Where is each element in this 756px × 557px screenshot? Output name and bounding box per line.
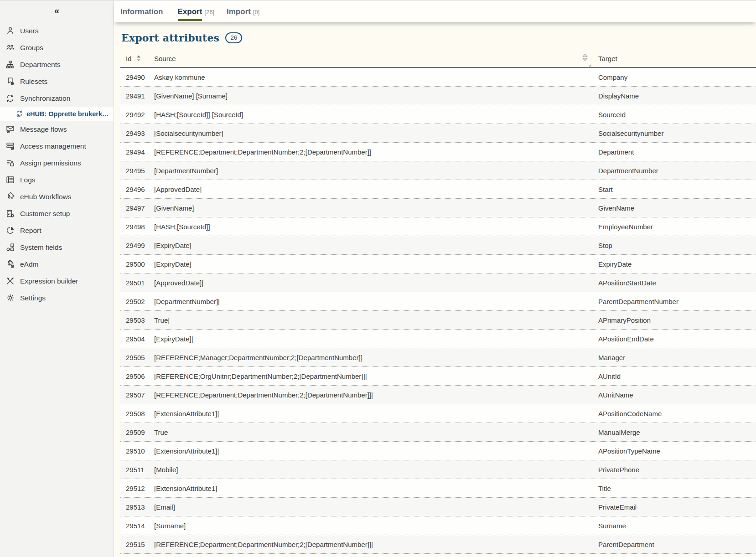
sidebar-item-report[interactable]: Report [0, 222, 114, 239]
column-header-id[interactable]: Id [120, 50, 149, 67]
table-row[interactable]: 29508 [ExtensionAttribute1]| APositionCo… [120, 404, 756, 423]
sidebar-item-users[interactable]: Users [0, 22, 114, 39]
sort-icon[interactable] [582, 53, 588, 62]
cell-id: 29507 [120, 391, 149, 399]
cell-source: [REFERENCE;Department;DepartmentNumber;2… [149, 391, 592, 399]
cell-target: AUnitId [592, 372, 756, 380]
cell-target: ParentDepartmentNumber [592, 298, 756, 305]
eadm-icon [5, 259, 15, 269]
table-row[interactable]: 29506 [REFERENCE;OrgUnitnr;DepartmentNum… [120, 367, 756, 386]
main-area: Information Export [26] Import [0] Expor… [114, 0, 756, 557]
table-row[interactable]: 29498 [HASH;[SourceId]] EmployeeNumber [120, 217, 756, 236]
table-row[interactable]: 29502 [DepartmentNumber]| ParentDepartme… [120, 292, 756, 311]
cell-source: Askøy kommune [149, 73, 592, 81]
cell-source: [REFERENCE;Department;DepartmentNumber;2… [149, 148, 592, 156]
cell-id: 29499 [120, 242, 149, 249]
sidebar-item-system-fields[interactable]: System fields [0, 239, 114, 256]
cell-id: 29508 [120, 410, 149, 418]
cell-source: [GivenName] [149, 204, 592, 212]
sidebar-item-ehub-workflows[interactable]: eHub Workflows [0, 188, 114, 205]
customer-setup-icon [5, 209, 15, 218]
table-row[interactable]: 29504 [ExpiryDate]| APositionEndDate [120, 330, 756, 348]
table-row[interactable]: 29492 [HASH;[SourceId]] [SourceId] Sourc… [120, 105, 756, 124]
cell-id: 29502 [120, 298, 149, 305]
access-management-icon [5, 141, 15, 151]
cell-id: 29491 [120, 92, 149, 100]
cell-id: 29510 [120, 447, 149, 455]
column-header-target[interactable]: Target [592, 50, 756, 67]
sidebar-item-access-management[interactable]: Access management [0, 138, 114, 155]
table-row[interactable]: 29512 [ExtensionAttribute1] Title [120, 479, 756, 498]
table-row[interactable]: 29499 [ExpiryDate] Stop [120, 236, 756, 255]
sidebar-item-settings[interactable]: Settings [0, 289, 114, 306]
sidebar: « Users Groups Departments Rulesets Sync… [0, 0, 114, 557]
cell-source: [ExpiryDate] [149, 260, 592, 268]
sidebar-item-logs[interactable]: Logs [0, 171, 114, 188]
sort-ascending-icon[interactable] [136, 55, 141, 62]
tab-export[interactable]: Export [26] [178, 1, 215, 22]
cell-id: 29492 [120, 111, 149, 119]
cell-id: 29509 [120, 428, 149, 436]
cell-source: [ExtensionAttribute1] [149, 485, 592, 492]
cell-target: SourceId [592, 111, 756, 119]
cell-id: 29496 [120, 186, 149, 193]
table-row[interactable]: 29511 [Mobile] PrivatePhone [120, 460, 756, 479]
sidebar-item-assign-permissions[interactable]: Assign permissions [0, 155, 114, 171]
cell-id: 29505 [120, 354, 149, 361]
groups-icon [5, 43, 15, 52]
table-row[interactable]: 29507 [REFERENCE;Department;DepartmentNu… [120, 386, 756, 404]
cell-target: Department [592, 148, 756, 156]
table-row[interactable]: 29501 [ApprovedDate]| APositionStartDate [120, 273, 756, 292]
sidebar-item-expression-builder[interactable]: Expression builder [0, 273, 114, 289]
cell-target: APositionEndDate [592, 335, 756, 343]
table-row[interactable]: 29490 Askøy kommune Company [120, 68, 756, 87]
table-row[interactable]: 29509 True ManualMerge [120, 423, 756, 442]
sidebar-item-eadm[interactable]: eAdm [0, 256, 114, 273]
tab-bar: Information Export [26] Import [0] [114, 0, 756, 22]
expression-builder-icon [5, 276, 15, 286]
sidebar-item-ehub-opprette-brukerkonto-fo[interactable]: eHUB: Opprette brukerkonto fo... [0, 107, 114, 121]
table-row[interactable]: 29495 [DepartmentNumber] DepartmentNumbe… [120, 161, 756, 180]
cell-id: 29497 [120, 204, 149, 212]
column-resize-grip[interactable] [586, 63, 592, 68]
cell-id: 29512 [120, 485, 149, 492]
table-row[interactable]: 29515 [REFERENCE;Department;DepartmentNu… [120, 535, 756, 554]
cell-source: [HASH;[SourceId]] [SourceId] [149, 111, 592, 119]
sidebar-item-synchronization[interactable]: Synchronization [0, 90, 114, 107]
table-row[interactable]: 29505 [REFERENCE;Manager;DepartmentNumbe… [120, 348, 756, 367]
table-row[interactable]: 29491 [GivenName] [Surname] DisplayName [120, 87, 756, 105]
sidebar-item-departments[interactable]: Departments [0, 56, 114, 73]
sidebar-item-customer-setup[interactable]: Customer setup [0, 205, 114, 222]
cell-source: True| [149, 316, 592, 324]
cell-target: APositionStartDate [592, 279, 756, 287]
sidebar-collapse-button[interactable]: « [49, 5, 65, 17]
column-header-target-label: Target [598, 55, 617, 62]
table-row[interactable]: 29496 [ApprovedDate] Start [120, 180, 756, 199]
table-row[interactable]: 29493 [Socialsecuritynumber] Socialsecur… [120, 124, 756, 143]
cell-target: APositionTypeName [592, 447, 756, 455]
tab-information[interactable]: Information [120, 1, 166, 22]
logs-icon [5, 175, 15, 185]
table-row[interactable]: 29514 [Surname] Surname [120, 516, 756, 535]
tab-import[interactable]: Import [0] [227, 1, 259, 22]
sidebar-item-message-flows[interactable]: Message flows [0, 121, 114, 138]
table-row[interactable]: 29503 True| APrimaryPosition [120, 311, 756, 330]
table-row[interactable]: 29500 [ExpiryDate] ExpiryDate [120, 255, 756, 273]
cell-id: 29490 [120, 73, 149, 81]
cell-source: [DepartmentNumber] [149, 167, 592, 175]
sidebar-item-rulesets[interactable]: Rulesets [0, 73, 114, 90]
workflows-icon [5, 192, 15, 201]
cell-target: DepartmentNumber [592, 167, 756, 175]
sidebar-nav: Users Groups Departments Rulesets Synchr… [0, 22, 114, 306]
table-row[interactable]: 29497 [GivenName] GivenName [120, 199, 756, 217]
page-head: Export attributes 26 [121, 32, 756, 44]
cell-id: 29503 [120, 316, 149, 324]
table-body: 29490 Askøy kommune Company 29491 [Given… [120, 68, 756, 554]
sidebar-item-groups[interactable]: Groups [0, 39, 114, 56]
cell-source: [REFERENCE;Department;DepartmentNumber;2… [149, 541, 592, 548]
table-row[interactable]: 29510 [ExtensionAttribute1]| APositionTy… [120, 442, 756, 460]
cell-target: APrimaryPosition [592, 316, 756, 324]
column-header-source[interactable]: Source [149, 50, 592, 67]
table-row[interactable]: 29513 [Email] PrivateEmail [120, 498, 756, 516]
table-row[interactable]: 29494 [REFERENCE;Department;DepartmentNu… [120, 143, 756, 161]
